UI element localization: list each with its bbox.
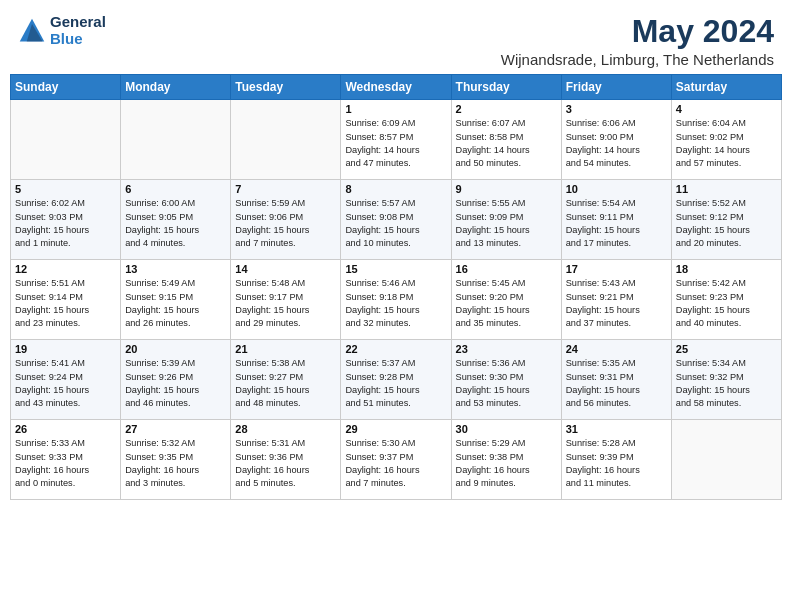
calendar-cell: 9Sunrise: 5:55 AM Sunset: 9:09 PM Daylig… [451, 180, 561, 260]
day-info: Sunrise: 6:02 AM Sunset: 9:03 PM Dayligh… [15, 197, 116, 250]
col-header-thursday: Thursday [451, 75, 561, 100]
day-number: 2 [456, 103, 557, 115]
day-info: Sunrise: 5:33 AM Sunset: 9:33 PM Dayligh… [15, 437, 116, 490]
day-number: 17 [566, 263, 667, 275]
week-row-5: 26Sunrise: 5:33 AM Sunset: 9:33 PM Dayli… [11, 420, 782, 500]
day-number: 1 [345, 103, 446, 115]
calendar-cell [121, 100, 231, 180]
day-number: 30 [456, 423, 557, 435]
col-header-tuesday: Tuesday [231, 75, 341, 100]
day-number: 11 [676, 183, 777, 195]
day-number: 28 [235, 423, 336, 435]
day-info: Sunrise: 5:30 AM Sunset: 9:37 PM Dayligh… [345, 437, 446, 490]
week-row-1: 1Sunrise: 6:09 AM Sunset: 8:57 PM Daylig… [11, 100, 782, 180]
day-info: Sunrise: 5:55 AM Sunset: 9:09 PM Dayligh… [456, 197, 557, 250]
day-number: 25 [676, 343, 777, 355]
week-row-2: 5Sunrise: 6:02 AM Sunset: 9:03 PM Daylig… [11, 180, 782, 260]
calendar-cell [11, 100, 121, 180]
col-header-friday: Friday [561, 75, 671, 100]
day-info: Sunrise: 5:43 AM Sunset: 9:21 PM Dayligh… [566, 277, 667, 330]
logo: General Blue [18, 14, 106, 47]
day-info: Sunrise: 5:31 AM Sunset: 9:36 PM Dayligh… [235, 437, 336, 490]
calendar-cell: 20Sunrise: 5:39 AM Sunset: 9:26 PM Dayli… [121, 340, 231, 420]
col-header-sunday: Sunday [11, 75, 121, 100]
day-number: 7 [235, 183, 336, 195]
day-info: Sunrise: 6:00 AM Sunset: 9:05 PM Dayligh… [125, 197, 226, 250]
calendar-cell [231, 100, 341, 180]
day-number: 4 [676, 103, 777, 115]
day-number: 16 [456, 263, 557, 275]
logo-blue: Blue [50, 31, 106, 48]
calendar-cell: 18Sunrise: 5:42 AM Sunset: 9:23 PM Dayli… [671, 260, 781, 340]
calendar-cell: 16Sunrise: 5:45 AM Sunset: 9:20 PM Dayli… [451, 260, 561, 340]
col-header-monday: Monday [121, 75, 231, 100]
week-row-3: 12Sunrise: 5:51 AM Sunset: 9:14 PM Dayli… [11, 260, 782, 340]
col-header-wednesday: Wednesday [341, 75, 451, 100]
month-year: May 2024 [501, 14, 774, 49]
page: General Blue May 2024 Wijnandsrade, Limb… [0, 0, 792, 612]
day-info: Sunrise: 5:54 AM Sunset: 9:11 PM Dayligh… [566, 197, 667, 250]
calendar-cell: 27Sunrise: 5:32 AM Sunset: 9:35 PM Dayli… [121, 420, 231, 500]
calendar-cell: 21Sunrise: 5:38 AM Sunset: 9:27 PM Dayli… [231, 340, 341, 420]
day-info: Sunrise: 6:04 AM Sunset: 9:02 PM Dayligh… [676, 117, 777, 170]
calendar-cell: 13Sunrise: 5:49 AM Sunset: 9:15 PM Dayli… [121, 260, 231, 340]
title-area: May 2024 Wijnandsrade, Limburg, The Neth… [501, 14, 774, 68]
day-info: Sunrise: 5:37 AM Sunset: 9:28 PM Dayligh… [345, 357, 446, 410]
day-info: Sunrise: 5:51 AM Sunset: 9:14 PM Dayligh… [15, 277, 116, 330]
header-row: SundayMondayTuesdayWednesdayThursdayFrid… [11, 75, 782, 100]
calendar-cell: 29Sunrise: 5:30 AM Sunset: 9:37 PM Dayli… [341, 420, 451, 500]
day-number: 22 [345, 343, 446, 355]
calendar: SundayMondayTuesdayWednesdayThursdayFrid… [0, 74, 792, 612]
day-number: 29 [345, 423, 446, 435]
calendar-cell: 30Sunrise: 5:29 AM Sunset: 9:38 PM Dayli… [451, 420, 561, 500]
calendar-cell: 15Sunrise: 5:46 AM Sunset: 9:18 PM Dayli… [341, 260, 451, 340]
day-info: Sunrise: 5:38 AM Sunset: 9:27 PM Dayligh… [235, 357, 336, 410]
location: Wijnandsrade, Limburg, The Netherlands [501, 51, 774, 68]
day-number: 6 [125, 183, 226, 195]
day-info: Sunrise: 5:48 AM Sunset: 9:17 PM Dayligh… [235, 277, 336, 330]
day-info: Sunrise: 5:39 AM Sunset: 9:26 PM Dayligh… [125, 357, 226, 410]
calendar-cell: 10Sunrise: 5:54 AM Sunset: 9:11 PM Dayli… [561, 180, 671, 260]
calendar-cell: 26Sunrise: 5:33 AM Sunset: 9:33 PM Dayli… [11, 420, 121, 500]
day-number: 27 [125, 423, 226, 435]
calendar-cell: 4Sunrise: 6:04 AM Sunset: 9:02 PM Daylig… [671, 100, 781, 180]
header: General Blue May 2024 Wijnandsrade, Limb… [0, 0, 792, 74]
logo-icon [18, 17, 46, 45]
calendar-cell: 24Sunrise: 5:35 AM Sunset: 9:31 PM Dayli… [561, 340, 671, 420]
day-info: Sunrise: 5:32 AM Sunset: 9:35 PM Dayligh… [125, 437, 226, 490]
logo-general: General [50, 14, 106, 31]
calendar-cell: 8Sunrise: 5:57 AM Sunset: 9:08 PM Daylig… [341, 180, 451, 260]
day-info: Sunrise: 5:28 AM Sunset: 9:39 PM Dayligh… [566, 437, 667, 490]
day-number: 20 [125, 343, 226, 355]
day-number: 13 [125, 263, 226, 275]
calendar-cell: 5Sunrise: 6:02 AM Sunset: 9:03 PM Daylig… [11, 180, 121, 260]
calendar-cell: 23Sunrise: 5:36 AM Sunset: 9:30 PM Dayli… [451, 340, 561, 420]
day-number: 24 [566, 343, 667, 355]
calendar-cell: 1Sunrise: 6:09 AM Sunset: 8:57 PM Daylig… [341, 100, 451, 180]
calendar-cell: 19Sunrise: 5:41 AM Sunset: 9:24 PM Dayli… [11, 340, 121, 420]
day-info: Sunrise: 5:36 AM Sunset: 9:30 PM Dayligh… [456, 357, 557, 410]
day-info: Sunrise: 6:07 AM Sunset: 8:58 PM Dayligh… [456, 117, 557, 170]
calendar-cell: 2Sunrise: 6:07 AM Sunset: 8:58 PM Daylig… [451, 100, 561, 180]
day-info: Sunrise: 6:09 AM Sunset: 8:57 PM Dayligh… [345, 117, 446, 170]
day-number: 21 [235, 343, 336, 355]
day-info: Sunrise: 5:42 AM Sunset: 9:23 PM Dayligh… [676, 277, 777, 330]
calendar-cell: 3Sunrise: 6:06 AM Sunset: 9:00 PM Daylig… [561, 100, 671, 180]
calendar-cell: 6Sunrise: 6:00 AM Sunset: 9:05 PM Daylig… [121, 180, 231, 260]
day-number: 23 [456, 343, 557, 355]
calendar-cell: 14Sunrise: 5:48 AM Sunset: 9:17 PM Dayli… [231, 260, 341, 340]
calendar-cell: 11Sunrise: 5:52 AM Sunset: 9:12 PM Dayli… [671, 180, 781, 260]
calendar-cell: 25Sunrise: 5:34 AM Sunset: 9:32 PM Dayli… [671, 340, 781, 420]
calendar-cell: 28Sunrise: 5:31 AM Sunset: 9:36 PM Dayli… [231, 420, 341, 500]
calendar-cell: 31Sunrise: 5:28 AM Sunset: 9:39 PM Dayli… [561, 420, 671, 500]
day-number: 15 [345, 263, 446, 275]
day-number: 31 [566, 423, 667, 435]
day-info: Sunrise: 5:57 AM Sunset: 9:08 PM Dayligh… [345, 197, 446, 250]
calendar-cell: 22Sunrise: 5:37 AM Sunset: 9:28 PM Dayli… [341, 340, 451, 420]
calendar-cell [671, 420, 781, 500]
day-number: 8 [345, 183, 446, 195]
day-number: 9 [456, 183, 557, 195]
calendar-cell: 7Sunrise: 5:59 AM Sunset: 9:06 PM Daylig… [231, 180, 341, 260]
day-info: Sunrise: 5:41 AM Sunset: 9:24 PM Dayligh… [15, 357, 116, 410]
logo-text: General Blue [50, 14, 106, 47]
